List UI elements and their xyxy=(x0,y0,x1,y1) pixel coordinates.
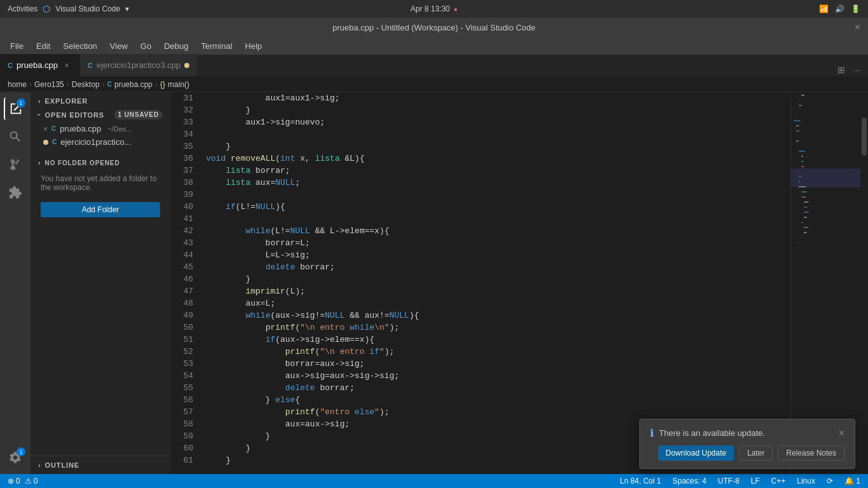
app-name[interactable]: Visual Studio Code xyxy=(55,4,120,13)
later-button[interactable]: Later xyxy=(739,445,773,461)
split-editor-button[interactable]: ⊞ xyxy=(835,64,848,76)
dot-status: ● xyxy=(454,6,458,13)
status-line-ending[interactable]: LF xyxy=(749,477,763,485)
dropdown-arrow[interactable]: ▾ xyxy=(125,4,129,13)
vertical-scrollbar[interactable] xyxy=(860,92,868,474)
sidebar: › EXPLORER › OPEN EDITORS 1 UNSAVED × C … xyxy=(31,92,170,474)
window-title: prueba.cpp - Untitled (Workspace) - Visu… xyxy=(332,23,536,32)
bell-icon: 🔔 xyxy=(844,477,854,485)
breadcrumb-home[interactable]: home xyxy=(8,80,27,89)
notification-title: ℹ There is an available update. xyxy=(650,427,765,439)
activity-bar: 1 1 xyxy=(0,92,31,474)
no-folder-chevron: › xyxy=(38,159,41,166)
activity-settings[interactable]: 1 xyxy=(4,446,27,469)
explorer-chevron: › xyxy=(38,97,41,105)
menu-file[interactable]: File xyxy=(5,39,29,53)
status-notifications[interactable]: 🔔 1 xyxy=(842,477,863,485)
menu-view[interactable]: View xyxy=(105,39,133,53)
outline-header[interactable]: › OUTLINE xyxy=(31,456,170,474)
menu-selection[interactable]: Selection xyxy=(58,39,102,53)
file-ejercicio-name: ejercicio1practico... xyxy=(60,137,131,147)
tab-cpp-icon: C xyxy=(8,62,13,69)
minimap[interactable] xyxy=(790,92,860,474)
file-prueba-name: prueba.cpp xyxy=(60,124,101,133)
activity-search[interactable] xyxy=(4,125,27,148)
breadcrumb-function[interactable]: main() xyxy=(168,80,189,89)
status-platform[interactable]: Linux xyxy=(794,477,818,485)
breadcrumb-desktop[interactable]: Desktop xyxy=(72,80,100,89)
notification-message: There is an available update. xyxy=(659,428,765,438)
file-cpp-icon: C xyxy=(51,125,56,132)
activity-explorer[interactable]: 1 xyxy=(4,97,27,120)
tab-prueba-label: prueba.cpp xyxy=(17,60,58,70)
status-line-col[interactable]: Ln 84, Col 1 xyxy=(617,477,663,485)
release-notes-button[interactable]: Release Notes xyxy=(778,445,844,461)
system-bar: Activities ⬡ Visual Studio Code ▾ Apr 8 … xyxy=(0,0,868,18)
explorer-label: EXPLORER xyxy=(45,97,88,105)
line-numbers: 3132333435363738394041424344454647484950… xyxy=(170,92,201,474)
notification-actions: Download Update Later Release Notes xyxy=(650,445,844,461)
activity-source-control[interactable] xyxy=(4,153,27,176)
open-editors-label: OPEN EDITORS xyxy=(45,111,104,119)
notification-close-button[interactable]: × xyxy=(839,428,844,439)
wifi-icon: 📶 xyxy=(819,4,829,13)
file-ejercicio-cpp-icon: C xyxy=(52,139,57,146)
more-actions-button[interactable]: ··· xyxy=(850,64,863,76)
notification-header: ℹ There is an available update. × xyxy=(650,427,844,439)
tab-bar: C prueba.cpp × C ejercicio1practico3.cpp… xyxy=(0,55,868,77)
vscode-icon: ⬡ xyxy=(43,4,50,14)
open-editors-header[interactable]: › OPEN EDITORS 1 UNSAVED xyxy=(31,107,170,122)
sidebar-file-ejercicio[interactable]: C ejercicio1practico... xyxy=(31,135,170,149)
file-prueba-path: ~/Des... xyxy=(107,125,132,133)
activity-extensions[interactable] xyxy=(4,181,27,204)
menu-terminal[interactable]: Terminal xyxy=(196,39,237,53)
title-bar: prueba.cpp - Untitled (Workspace) - Visu… xyxy=(0,18,868,37)
outline-chevron: › xyxy=(38,461,41,469)
explorer-section-header[interactable]: › EXPLORER xyxy=(31,92,170,107)
download-update-button[interactable]: Download Update xyxy=(658,445,734,461)
editor-area: 3132333435363738394041424344454647484950… xyxy=(170,92,868,474)
warning-icon: ⚠ xyxy=(25,477,32,485)
breadcrumb-gero[interactable]: Gero135 xyxy=(34,80,64,89)
notification-info-icon: ℹ xyxy=(650,427,654,439)
scrollbar-thumb[interactable] xyxy=(862,118,867,156)
status-sync[interactable]: ⟳ xyxy=(824,477,836,485)
status-language[interactable]: C++ xyxy=(769,477,789,485)
menu-go[interactable]: Go xyxy=(135,39,156,53)
window-close-button[interactable]: × xyxy=(855,22,860,33)
breadcrumb-file[interactable]: prueba.cpp xyxy=(114,80,153,89)
file-close-icon[interactable]: × xyxy=(43,125,48,133)
no-folder-label: NO FOLDER OPENED xyxy=(45,159,120,166)
sidebar-file-prueba[interactable]: × C prueba.cpp ~/Des... xyxy=(31,122,170,135)
explorer-badge: 1 xyxy=(17,98,25,107)
file-ejercicio-dot xyxy=(43,140,48,145)
open-editors-chevron: › xyxy=(36,113,43,116)
editor-content[interactable]: 3132333435363738394041424344454647484950… xyxy=(170,92,790,474)
menu-debug[interactable]: Debug xyxy=(159,39,193,53)
menu-bar: File Edit Selection View Go Debug Termin… xyxy=(0,37,868,55)
code-lines[interactable]: aux1=aux1->sig; } aux1->sig=nuevo; }void… xyxy=(201,92,790,474)
outline-label: OUTLINE xyxy=(45,461,79,469)
tab-ejercicio[interactable]: C ejercicio1practico3.cpp xyxy=(80,54,198,76)
audio-icon: 🔊 xyxy=(835,4,844,13)
tab-ejercicio-modified-dot xyxy=(184,63,189,68)
datetime: Apr 8 13:30 xyxy=(410,4,450,13)
add-folder-button[interactable]: Add Folder xyxy=(41,202,160,217)
unsaved-badge: 1 UNSAVED xyxy=(114,110,163,119)
status-spaces[interactable]: Spaces: 4 xyxy=(670,477,709,485)
breadcrumb-file-icon: C xyxy=(107,81,112,88)
menu-edit[interactable]: Edit xyxy=(31,39,55,53)
activities-label[interactable]: Activities xyxy=(8,4,37,13)
breadcrumb: home › Gero135 › Desktop › C prueba.cpp … xyxy=(0,77,868,92)
no-folder-message: You have not yet added a folder to the w… xyxy=(31,169,170,197)
status-encoding[interactable]: UTF-8 xyxy=(715,477,742,485)
tab-prueba-close[interactable]: × xyxy=(62,60,72,71)
main-layout: 1 1 › EXPLORER xyxy=(0,92,868,474)
no-folder-header[interactable]: › NO FOLDER OPENED xyxy=(31,154,170,169)
tab-prueba[interactable]: C prueba.cpp × xyxy=(0,54,80,76)
tab-ejercicio-cpp-icon: C xyxy=(88,62,93,69)
menu-help[interactable]: Help xyxy=(240,39,268,53)
status-errors[interactable]: ⊗ 0 ⚠ 0 xyxy=(5,477,40,485)
update-notification: ℹ There is an available update. × Downlo… xyxy=(639,419,855,469)
tab-ejercicio-label: ejercicio1practico3.cpp xyxy=(97,60,180,70)
